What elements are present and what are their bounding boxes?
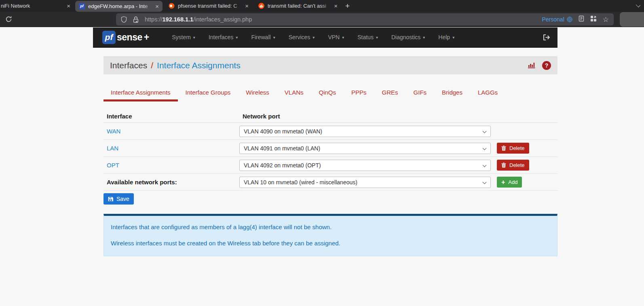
interface-link-wan[interactable]: WAN [103, 128, 120, 135]
tab-title: transmit failed: Can't assi [268, 3, 331, 9]
network-port-select-wan[interactable]: VLAN 4090 on mvneta0 (WAN) [239, 126, 491, 137]
tab-wireless[interactable]: Wireless [238, 85, 277, 99]
caret-down-icon: ▾ [312, 35, 315, 40]
container-tab-label[interactable]: Personal [542, 16, 572, 23]
tab-close-icon[interactable]: × [67, 3, 70, 9]
navbar-item-services[interactable]: Services▾ [289, 34, 315, 40]
logout-icon[interactable] [543, 34, 551, 41]
url-host: 192.168.1.1 [163, 16, 194, 23]
tab-vlans[interactable]: VLANs [277, 85, 311, 99]
caret-down-icon: ▾ [342, 35, 344, 40]
tracking-shield-icon[interactable] [121, 16, 127, 23]
browser-tab-pfsense-active[interactable]: pf edgeFW.home.arpa - Inte × [75, 1, 163, 12]
fingerprint-icon [567, 17, 572, 22]
plus-icon: + [501, 179, 505, 186]
tab-interface-groups[interactable]: Interface Groups [178, 85, 239, 99]
browser-toolbar: https://192.168.1.1/interfaces_assign.ph… [0, 12, 644, 27]
breadcrumb-section: Interfaces [110, 61, 147, 70]
tab-close-icon[interactable]: × [155, 3, 159, 9]
reddit-favicon [258, 3, 264, 9]
navbar-item-firewall[interactable]: Firewall▾ [251, 34, 275, 40]
column-header-interface: Interface [103, 113, 239, 120]
caret-down-icon: ▾ [193, 35, 195, 40]
network-port-select-opt[interactable]: VLAN 4092 on mvneta0 (OPT) [239, 160, 491, 171]
main-container: Interfaces / Interface Assignments ? Int… [103, 56, 557, 256]
reload-icon[interactable] [5, 16, 12, 24]
pfsense-logo-pf-box: pf [102, 31, 116, 44]
navbar-item-diagnostics[interactable]: Diagnostics▾ [391, 34, 425, 40]
tab-ppps[interactable]: PPPs [344, 85, 374, 99]
interface-assignments-table: Interface Network port WAN VLAN 4090 on … [103, 110, 557, 191]
table-row-opt: OPT VLAN 4092 on mvneta0 (OPT) Delete [103, 157, 557, 174]
delete-lan-button[interactable]: Delete [497, 143, 529, 154]
caret-down-icon: ▾ [376, 35, 378, 40]
reader-mode-icon[interactable] [579, 15, 584, 23]
navbar-item-help[interactable]: Help▾ [438, 34, 454, 40]
tab-title: edgeFW.home.arpa - Inte [88, 3, 152, 9]
chevron-down-icon [483, 146, 487, 150]
chevron-down-icon [483, 163, 487, 167]
tab-gres[interactable]: GREs [374, 85, 406, 99]
tab-title: pfsense transmit failed: C [178, 3, 242, 9]
tab-interface-assignments[interactable]: Interface Assignments [103, 85, 178, 99]
browser-tab-netgate[interactable]: pfsense transmit failed: C × [165, 0, 252, 12]
breadcrumb-page-link[interactable]: Interface Assignments [157, 61, 241, 70]
url-bar[interactable]: https://192.168.1.1/interfaces_assign.ph… [116, 13, 614, 25]
navbar-item-interfaces[interactable]: Interfaces▾ [209, 34, 238, 40]
tab-qinqs[interactable]: QinQs [311, 85, 344, 99]
delete-opt-button[interactable]: Delete [497, 160, 529, 171]
info-alert: Interfaces that are configured as member… [103, 214, 557, 256]
info-line-1: Interfaces that are configured as member… [111, 224, 550, 230]
save-button[interactable]: Save [103, 193, 134, 205]
add-button[interactable]: + Add [497, 177, 522, 188]
tab-bridges[interactable]: Bridges [434, 85, 470, 99]
tab-title: niFi Network [1, 3, 63, 9]
lock-warning-icon[interactable] [133, 16, 139, 23]
network-port-select-lan[interactable]: VLAN 4091 on mvneta0 (LAN) [239, 143, 491, 154]
caret-down-icon: ▾ [236, 35, 238, 40]
caret-down-icon: ▾ [452, 35, 454, 40]
table-row-available-ports: Available network ports: VLAN 10 on mvne… [103, 174, 557, 191]
browser-tab-unifi[interactable]: niFi Network × [0, 0, 74, 12]
url-text[interactable]: https://192.168.1.1/interfaces_assign.ph… [145, 16, 252, 23]
available-port-select[interactable]: VLAN 10 on mvneta0 (wired - miscellaneou… [239, 177, 491, 188]
status-chart-icon[interactable] [528, 61, 537, 70]
new-tab-button[interactable]: + [345, 2, 350, 11]
chevron-down-icon [483, 180, 487, 184]
save-row: Save [103, 191, 557, 205]
navbar-item-system[interactable]: System▾ [172, 34, 195, 40]
table-row-lan: LAN VLAN 4091 on mvneta0 (LAN) Delete [103, 140, 557, 157]
list-all-tabs-chevron-icon[interactable] [636, 3, 640, 7]
browser-tab-reddit[interactable]: transmit failed: Can't assi × [255, 0, 341, 12]
pfsense-logo[interactable]: pf sense + [102, 31, 149, 44]
page-content: pf sense + System▾ Interfaces▾ Firewall▾… [0, 27, 644, 306]
column-header-network-port: Network port [239, 113, 492, 120]
breadcrumb: Interfaces / Interface Assignments ? [103, 56, 557, 74]
toolbar-end-panel [620, 12, 644, 27]
bookmark-star-icon[interactable]: ☆ [603, 16, 609, 23]
navbar-item-status[interactable]: Status▾ [357, 34, 378, 40]
tab-gifs[interactable]: GIFs [406, 85, 435, 99]
help-icon[interactable]: ? [542, 61, 551, 70]
caret-down-icon: ▾ [423, 35, 425, 40]
table-row-wan: WAN VLAN 4090 on mvneta0 (WAN) [103, 123, 557, 140]
interface-link-lan[interactable]: LAN [103, 145, 118, 152]
pfsense-logo-sense: sense [117, 32, 142, 43]
pfsense-favicon: pf [79, 3, 85, 9]
trash-icon [501, 162, 506, 168]
tab-close-icon[interactable]: × [334, 3, 338, 9]
interface-link-opt[interactable]: OPT [103, 162, 119, 169]
profile-name: Personal [542, 16, 564, 23]
netgate-favicon [169, 3, 175, 9]
pfsense-logo-plus: + [144, 32, 149, 43]
extensions-icon[interactable] [590, 15, 597, 23]
url-path: /interfaces_assign.php [193, 16, 252, 23]
table-header-row: Interface Network port [103, 110, 557, 123]
navbar-item-vpn[interactable]: VPN▾ [328, 34, 344, 40]
tab-laggs[interactable]: LAGGs [470, 85, 505, 99]
browser-tab-bar: niFi Network × pf edgeFW.home.arpa - Int… [0, 0, 644, 12]
tab-close-icon[interactable]: × [245, 3, 249, 9]
caret-down-icon: ▾ [273, 35, 275, 40]
chevron-down-icon [483, 129, 487, 133]
url-scheme: https:// [145, 16, 163, 23]
